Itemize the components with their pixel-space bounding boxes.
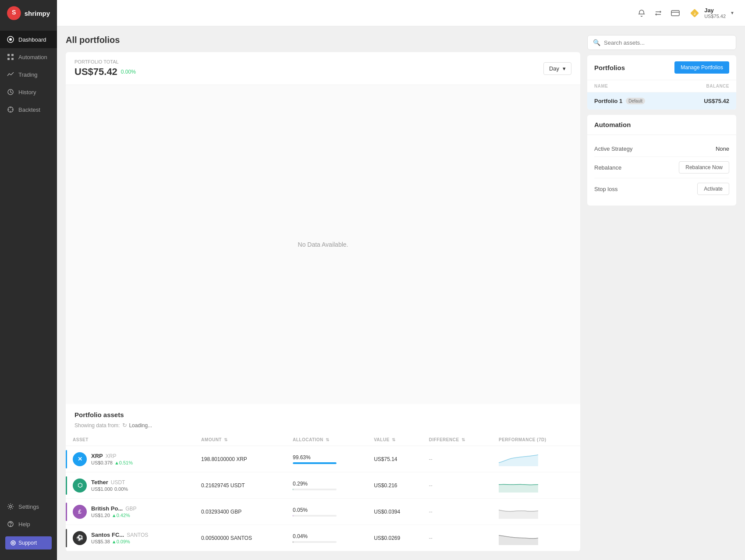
sidebar-bottom: Settings Help Support — [0, 498, 57, 560]
sidebar-item-help[interactable]: Help — [0, 515, 57, 533]
mini-chart-usdt — [499, 477, 538, 493]
asset-name-area: XRP XRP US$0.378 ▲0.51% — [91, 453, 133, 465]
asset-performance-cell — [493, 499, 580, 525]
logo-area[interactable]: S shrimpy — [0, 0, 57, 26]
portfolio-item[interactable]: Portfolio 1 Default US$75.42 — [587, 92, 736, 110]
asset-amount-cell: 198.80100000 XRP — [196, 446, 287, 472]
user-diamond-icon: J — [688, 7, 701, 19]
support-label: Support — [18, 540, 37, 546]
svg-rect-4 — [7, 54, 10, 56]
loading-text: Loading... — [129, 422, 152, 429]
notifications-button[interactable] — [638, 9, 646, 17]
table-row[interactable]: £ British Po... GBP US$1.20 ▲0.42% 0.032… — [66, 499, 580, 525]
asset-value-cell: US$0.216 — [369, 472, 424, 499]
table-row[interactable]: ⚽ Santos FC... SANTOS US$5.38 ▲0.09% 0.0… — [66, 525, 580, 551]
header: J Jay US$75.42 ▼ — [57, 0, 745, 26]
col-balance-label: BALANCE — [706, 84, 729, 89]
sidebar-label-backtest: Backtest — [18, 106, 40, 113]
transfer-button[interactable] — [654, 9, 662, 17]
asset-icon: ⚽ — [73, 531, 87, 545]
portfolio-chart: No Data Available. — [66, 85, 580, 404]
sidebar-label-trading: Trading — [18, 71, 38, 78]
loading-badge: ↻ Loading... — [122, 422, 152, 429]
time-selector-chevron-icon: ▾ — [563, 65, 566, 72]
asset-change: ▲0.51% — [114, 460, 133, 465]
rebalance-now-button[interactable]: Rebalance Now — [679, 161, 729, 174]
asset-price-row: US$1.20 ▲0.42% — [91, 513, 137, 518]
user-menu[interactable]: J Jay US$75.42 ▼ — [688, 7, 734, 19]
sidebar-item-history[interactable]: History — [0, 83, 57, 101]
allocation-bar-fill — [293, 541, 293, 543]
asset-difference-cell: -- — [424, 446, 493, 472]
allocation-bar-fill — [293, 515, 293, 517]
activate-button[interactable]: Activate — [697, 183, 729, 195]
nav-items: Dashboard Automation Trading History — [0, 26, 57, 498]
card-button[interactable] — [671, 10, 680, 17]
support-button[interactable]: Support — [5, 536, 52, 549]
asset-cell: ⬡ Tether USDT US$1.000 0.00% — [67, 472, 196, 499]
user-name: Jay — [704, 7, 726, 14]
portfolio-header: Portfolio Total US$75.42 0.00% Day ▾ — [66, 52, 580, 85]
search-input[interactable] — [604, 39, 731, 46]
asset-change: 0.00% — [114, 486, 128, 492]
settings-icon — [7, 503, 14, 510]
svg-rect-7 — [11, 58, 14, 60]
asset-allocation-cell: 0.05% — [287, 499, 369, 525]
automation-row-strategy: Active Strategy None — [594, 141, 729, 157]
portfolios-card: Portfolios Manage Portfolios NAME BALANC… — [587, 55, 736, 110]
sidebar-item-backtest[interactable]: Backtest — [0, 101, 57, 118]
active-strategy-value: None — [716, 145, 729, 152]
asset-name: XRP — [91, 453, 103, 459]
svg-point-3 — [9, 38, 12, 41]
allocation-bar-bg — [293, 541, 337, 543]
history-icon — [7, 89, 14, 96]
asset-cell: ✕ XRP XRP US$0.378 ▲0.51% — [67, 446, 196, 472]
asset-cell: ⚽ Santos FC... SANTOS US$5.38 ▲0.09% — [67, 525, 196, 551]
table-row[interactable]: ✕ XRP XRP US$0.378 ▲0.51% 198.80100000 X… — [66, 446, 580, 472]
portfolio-change-pct: 0.00% — [121, 69, 136, 75]
time-selector[interactable]: Day ▾ — [543, 62, 571, 75]
stop-loss-label: Stop loss — [594, 186, 617, 192]
difference-sort-icon: ⇅ — [461, 437, 465, 442]
sidebar-item-automation[interactable]: Automation — [0, 48, 57, 66]
asset-ticker: USDT — [111, 479, 125, 486]
user-balance: US$75.42 — [704, 14, 726, 19]
manage-portfolios-button[interactable]: Manage Portfolios — [674, 61, 729, 74]
chart-empty-text: No Data Available. — [298, 241, 348, 248]
portfolio-item-name: Portfolio 1 — [594, 98, 622, 104]
asset-amount-cell: 0.21629745 USDT — [196, 472, 287, 499]
sidebar-item-settings[interactable]: Settings — [0, 498, 57, 515]
allocation-pct: 0.05% — [293, 507, 363, 513]
sidebar-item-dashboard[interactable]: Dashboard — [0, 31, 57, 48]
loading-spinner-icon: ↻ — [122, 422, 127, 429]
asset-difference: -- — [429, 456, 433, 462]
svg-rect-5 — [11, 54, 14, 56]
asset-amount: 198.80100000 XRP — [201, 456, 247, 462]
user-name-area: Jay US$75.42 — [704, 7, 726, 19]
allocation-pct: 0.29% — [293, 481, 363, 487]
asset-difference: -- — [429, 535, 433, 541]
allocation-bar-wrap: 0.29% — [293, 481, 363, 490]
automation-card-header: Automation — [587, 115, 736, 135]
asset-ticker: GBP — [125, 506, 136, 512]
card-icon — [671, 10, 680, 17]
asset-name-area: British Po... GBP US$1.20 ▲0.42% — [91, 505, 137, 518]
asset-name: Tether — [91, 479, 108, 486]
allocation-bar-bg — [293, 515, 337, 517]
asset-amount: 0.00500000 SANTOS — [201, 535, 252, 541]
dashboard-icon — [7, 36, 14, 43]
asset-price-row: US$0.378 ▲0.51% — [91, 460, 133, 465]
support-icon — [11, 540, 16, 546]
asset-price-row: US$5.38 ▲0.09% — [91, 539, 148, 544]
asset-difference: -- — [429, 509, 433, 515]
automation-row-stoploss: Stop loss Activate — [594, 178, 729, 199]
sidebar-item-trading[interactable]: Trading — [0, 66, 57, 83]
allocation-bar-fill — [293, 489, 293, 490]
allocation-sort-icon: ⇅ — [326, 437, 330, 442]
left-panel: All portfolios Portfolio Total US$75.42 … — [66, 35, 580, 551]
table-row[interactable]: ⬡ Tether USDT US$1.000 0.00% 0.21629745 … — [66, 472, 580, 499]
portfolios-table-header: NAME BALANCE — [587, 80, 736, 92]
automation-icon — [7, 53, 14, 60]
asset-performance-cell — [493, 446, 580, 472]
portfolio-total-label: Portfolio Total — [74, 59, 136, 64]
